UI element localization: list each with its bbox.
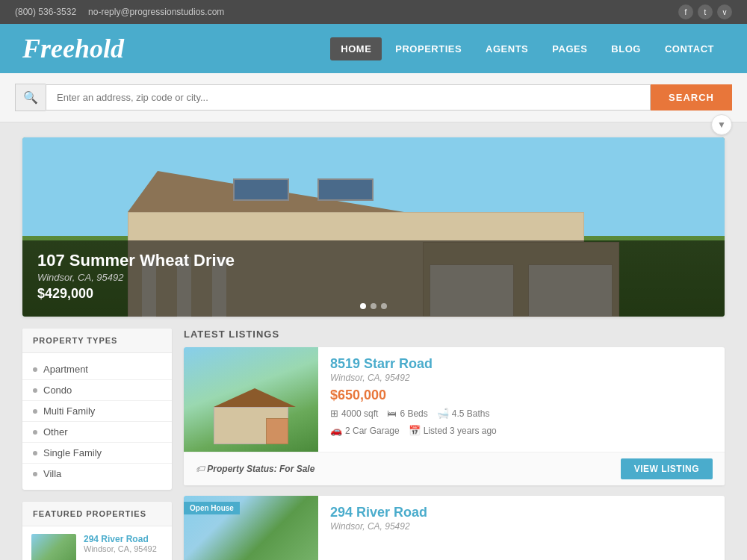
listing-card-1: 8519 Starr Road Windsor, CA, 95492 $650,… (184, 347, 725, 485)
listing-details-1: 8519 Starr Road Windsor, CA, 95492 $650,… (318, 347, 725, 452)
header: Freehold HOME PROPERTIES AGENTS PAGES BL… (0, 24, 747, 73)
bullet-icon (33, 409, 37, 414)
listing-meta-2: 🚗 2 Car Garage 📅 Listed 3 years ago (330, 425, 713, 436)
phone-number: (800) 536-3532 (15, 7, 76, 17)
listings-area: LATEST LISTINGS 8519 Starr Road Windsor,… (184, 329, 725, 560)
house-shape-1 (206, 392, 296, 444)
featured-properties-box: FEATURED PROPERTIES 294 River Road Winds… (22, 502, 172, 560)
beds-value: 6 Beds (400, 408, 427, 419)
nav-home[interactable]: HOME (330, 37, 382, 60)
dot-1[interactable] (360, 303, 366, 309)
top-bar-contact: (800) 536-3532 no-reply@progressionstudi… (15, 7, 224, 17)
search-area: 🔍 SEARCH ▼ (0, 73, 747, 122)
listed-meta: 📅 Listed 3 years ago (409, 425, 497, 436)
bullet-icon (33, 388, 37, 393)
listing-details-2: 294 River Road Windsor, CA, 95492 (318, 496, 725, 560)
listing-meta-1: ⊞ 4000 sqft 🛏 6 Beds 🛁 4.5 Baths (330, 408, 713, 419)
listing-body-2: Open House 294 River Road Windsor, CA, 9… (184, 496, 725, 560)
sqft-value: 4000 sqft (341, 408, 378, 419)
listing-title-1[interactable]: 8519 Starr Road (330, 356, 713, 372)
featured-thumbnail (31, 534, 76, 560)
listed-value: Listed 3 years ago (424, 426, 497, 436)
hero-image: 107 Summer Wheat Drive Windsor, CA, 9549… (22, 137, 725, 317)
property-types-list: Apartment Condo Multi Family Other Singl… (22, 353, 172, 490)
type-multi-family[interactable]: Multi Family (22, 401, 172, 422)
view-listing-button-1[interactable]: VIEW LISTING (621, 458, 713, 479)
bullet-icon (33, 472, 37, 476)
sidebar: PROPERTY TYPES Apartment Condo Multi Fam… (22, 329, 172, 560)
type-single-family[interactable]: Single Family (22, 443, 172, 464)
hero-title: 107 Summer Wheat Drive (37, 251, 710, 270)
beds-icon: 🛏 (387, 408, 397, 419)
bullet-icon (33, 430, 37, 435)
baths-icon: 🛁 (437, 408, 449, 419)
hero-dots (360, 303, 387, 309)
listing-image-2: Open House (184, 496, 318, 560)
baths-meta: 🛁 4.5 Baths (437, 408, 490, 419)
dot-3[interactable] (381, 303, 387, 309)
featured-title: 294 River Road (84, 534, 157, 544)
status-label-text: Property Status: (207, 464, 279, 474)
bullet-icon (33, 451, 37, 455)
property-status-1: 🏷 Property Status: For Sale (196, 464, 314, 474)
listing-title-2[interactable]: 294 River Road (330, 505, 713, 520)
listing-subtitle-2: Windsor, CA, 95492 (330, 521, 713, 532)
nav-agents[interactable]: AGENTS (475, 37, 539, 60)
featured-header: FEATURED PROPERTIES (22, 502, 172, 526)
property-types-box: PROPERTY TYPES Apartment Condo Multi Fam… (22, 329, 172, 490)
garage-value: 2 Car Garage (345, 426, 400, 436)
property-types-header: PROPERTY TYPES (22, 329, 172, 353)
top-bar: (800) 536-3532 no-reply@progressionstudi… (0, 0, 747, 24)
type-apartment[interactable]: Apartment (22, 359, 172, 380)
garage-meta: 🚗 2 Car Garage (330, 425, 400, 436)
search-input[interactable] (46, 84, 651, 111)
vimeo-icon[interactable]: v (717, 4, 732, 19)
nav-pages[interactable]: PAGES (542, 37, 598, 60)
sqft-meta: ⊞ 4000 sqft (330, 408, 378, 419)
hero-container: 107 Summer Wheat Drive Windsor, CA, 9549… (22, 137, 725, 317)
type-condo[interactable]: Condo (22, 380, 172, 401)
email-address: no-reply@progressionstudios.com (88, 7, 224, 17)
sqft-icon: ⊞ (330, 408, 338, 419)
search-icon: 🔍 (23, 90, 38, 105)
beds-meta: 🛏 6 Beds (387, 408, 427, 419)
nav-blog[interactable]: BLOG (601, 37, 651, 60)
main-content: PROPERTY TYPES Apartment Condo Multi Fam… (0, 329, 747, 560)
main-nav: HOME PROPERTIES AGENTS PAGES BLOG CONTAC… (330, 37, 725, 60)
listing-price-1: $650,000 (330, 388, 713, 403)
open-house-badge: Open House (184, 502, 240, 514)
search-icon-box: 🔍 (15, 84, 46, 111)
status-value-1: For Sale (279, 464, 314, 474)
listings-header: LATEST LISTINGS (184, 329, 725, 347)
facebook-icon[interactable]: f (678, 4, 693, 19)
featured-item[interactable]: 294 River Road Windsor, CA, 95492 (22, 526, 172, 560)
social-links: f t v (678, 4, 732, 19)
twitter-icon[interactable]: t (698, 4, 713, 19)
nav-contact[interactable]: CONTACT (654, 37, 725, 60)
search-button[interactable]: SEARCH (651, 84, 732, 111)
type-other[interactable]: Other (22, 422, 172, 443)
featured-subtitle: Windsor, CA, 95492 (84, 544, 157, 553)
logo[interactable]: Freehold (22, 33, 124, 64)
hero-price: $429,000 (37, 286, 710, 302)
hero-subtitle: Windsor, CA, 95492 (37, 272, 710, 283)
garage-icon: 🚗 (330, 425, 342, 436)
bullet-icon (33, 367, 37, 372)
listing-subtitle-1: Windsor, CA, 95492 (330, 373, 713, 383)
baths-value: 4.5 Baths (452, 408, 490, 419)
listing-card-2: Open House 294 River Road Windsor, CA, 9… (184, 496, 725, 560)
featured-info: 294 River Road Windsor, CA, 95492 (84, 534, 157, 560)
nav-properties[interactable]: PROPERTIES (385, 37, 472, 60)
search-expand-button[interactable]: ▼ (711, 114, 732, 135)
listing-image-1 (184, 347, 318, 452)
listing-footer-1: 🏷 Property Status: For Sale VIEW LISTING (184, 452, 725, 485)
listing-body-1: 8519 Starr Road Windsor, CA, 95492 $650,… (184, 347, 725, 452)
calendar-icon: 📅 (409, 425, 421, 436)
type-villa[interactable]: Villa (22, 464, 172, 484)
dot-2[interactable] (371, 303, 376, 309)
